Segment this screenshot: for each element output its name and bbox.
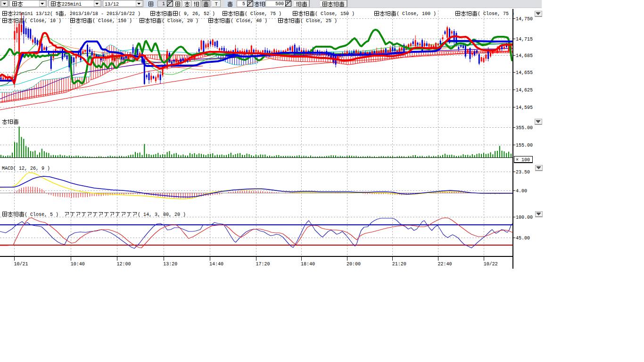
svg-text:( Close, 100 ): ( Close, 100 ) [396,11,436,16]
svg-text:( Close, 75 ): ( Close, 75 ) [245,11,281,16]
svg-text:MACD( 12, 26, 9 ): MACD( 12, 26, 9 ) [2,166,50,171]
svg-text:14:40: 14:40 [209,262,223,267]
svg-text:( Close, 40 ): ( Close, 40 ) [231,18,267,24]
svg-text:( Close, 75 ): ( Close, 75 ) [478,11,514,16]
svg-text:, 2013/10/18 - 2013/10/22 ): , 2013/10/18 - 2013/10/22 ) [64,11,140,16]
svg-text:1: 1 [162,1,165,7]
svg-text:20:00: 20:00 [347,262,361,267]
svg-text:10/21: 10/21 [14,262,28,267]
svg-text:( Close, 10 ): ( Close, 10 ) [25,18,61,24]
svg-text:× 100: × 100 [516,157,530,163]
svg-text:( Close, 150 ): ( Close, 150 ) [315,11,355,16]
svg-text:13/12: 13/12 [105,2,119,7]
svg-text:17:20: 17:20 [256,262,270,267]
svg-text:10:40: 10:40 [71,262,85,267]
svg-text:4.00: 4.00 [516,189,527,194]
svg-text:5: 5 [242,1,245,7]
svg-text:( Close, 5 ): ( Close, 5 ) [25,212,58,217]
svg-text:14,595: 14,595 [516,105,533,110]
svg-text:14,625: 14,625 [516,88,533,93]
svg-text:355.00: 355.00 [516,125,533,131]
svg-text:225mini: 225mini [62,2,82,7]
svg-text:100.00: 100.00 [516,215,533,220]
svg-text:45.00: 45.00 [516,236,530,241]
svg-text:21:20: 21:20 [392,262,406,267]
svg-text:( Close, 20 ): ( Close, 20 ) [162,18,198,24]
svg-text:14,685: 14,685 [516,53,533,58]
svg-text:155.00: 155.00 [516,143,533,148]
svg-text:22:40: 22:40 [438,262,452,267]
svg-text:( 9, 26, 52 ): ( 9, 26, 52 ) [178,11,215,16]
svg-text:18:40: 18:40 [301,262,315,267]
svg-text:14,655: 14,655 [516,70,533,75]
svg-text:13:20: 13:20 [163,262,177,267]
svg-text:10/22: 10/22 [484,262,498,267]
svg-text:( Close, 25 ): ( Close, 25 ) [300,18,337,24]
svg-text:14,750: 14,750 [516,16,533,22]
svg-text:( Close, 150 ): ( Close, 150 ) [92,18,132,24]
svg-text:23.50: 23.50 [516,170,530,175]
svg-text:( 14, 3, 80, 20 ): ( 14, 3, 80, 20 ) [138,212,186,217]
svg-text:14,715: 14,715 [516,37,533,42]
svg-text:12:00: 12:00 [116,262,131,267]
svg-text:225mini 13/12( 5: 225mini 13/12( 5 [13,11,58,16]
svg-text:500: 500 [275,1,284,7]
svg-text:T: T [215,2,218,7]
